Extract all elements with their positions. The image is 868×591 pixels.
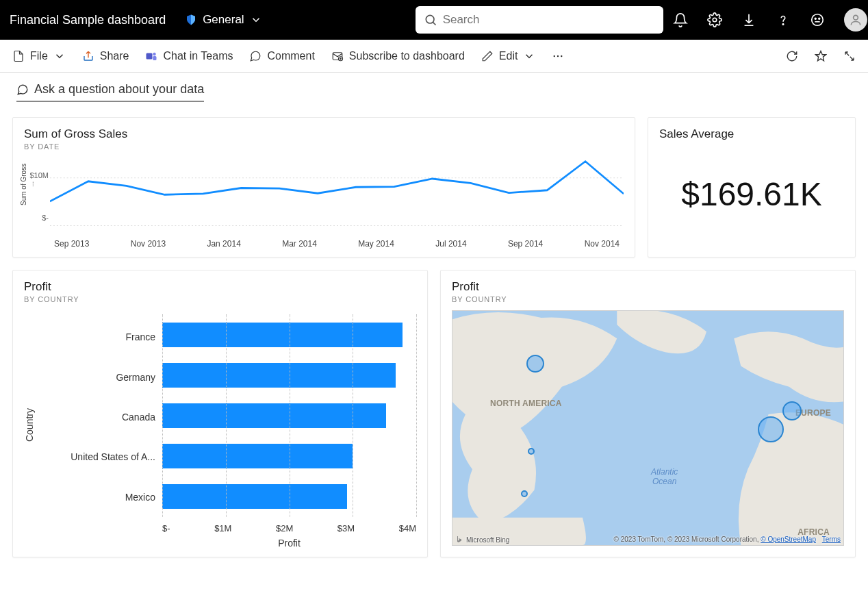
- tile-title: Sales Average: [659, 127, 844, 141]
- file-menu[interactable]: File: [12, 50, 66, 62]
- bar-categories: FranceGermanyCanadaUnited States of A...…: [39, 314, 162, 547]
- osm-link[interactable]: © OpenStreetMap: [761, 536, 816, 543]
- search-input[interactable]: [443, 13, 655, 27]
- qa-input[interactable]: Ask a question about your data: [16, 82, 204, 102]
- terms-link[interactable]: Terms: [822, 536, 841, 543]
- tile-profit-map[interactable]: Profit BY COUNTRY NORTH AMERICA EUROPE A…: [440, 270, 856, 557]
- y-axis: Sum of Gross ... $10M $-: [24, 155, 50, 247]
- bar-category-label: United States of A...: [71, 451, 155, 462]
- map-copyright: © 2023 TomTom, © 2023 Microsoft Corporat…: [614, 536, 841, 544]
- help-button[interactable]: [776, 12, 791, 27]
- x-tick: $2M: [276, 523, 293, 533]
- favorite-button[interactable]: [815, 50, 827, 62]
- sensitivity-label-text: General: [203, 13, 244, 27]
- x-tick: Jan 2014: [207, 239, 240, 249]
- bar-plot: $-$1M$2M$3M$4M Profit: [162, 314, 416, 547]
- search-box[interactable]: [416, 6, 663, 34]
- map-bubble-canada[interactable]: [526, 355, 544, 373]
- bar[interactable]: [162, 363, 396, 388]
- fullscreen-button[interactable]: [843, 50, 856, 62]
- file-label: File: [30, 50, 48, 62]
- subscribe-label: Subscribe to dashboard: [349, 50, 465, 62]
- x-tick: Nov 2013: [131, 239, 166, 249]
- edit-menu[interactable]: Edit: [481, 50, 536, 62]
- bing-icon: [455, 536, 463, 544]
- x-axis-title: Profit: [162, 538, 416, 549]
- tile-gross-sales[interactable]: Sum of Gross Sales BY DATE Sum of Gross …: [12, 117, 635, 257]
- chat-in-teams-button[interactable]: Chat in Teams: [145, 50, 233, 62]
- share-icon: [82, 50, 94, 62]
- comment-icon: [249, 50, 261, 62]
- y-axis-label: Sum of Gross ...: [20, 160, 35, 208]
- toolbar-right: [786, 50, 856, 62]
- line-chart: Sum of Gross ... $10M $- Sep 2013Nov 201…: [24, 155, 624, 247]
- more-icon: [552, 50, 564, 62]
- bar-chart-container: Country FranceGermanyCanadaUnited States…: [24, 303, 416, 547]
- share-label: Share: [100, 50, 129, 62]
- shield-icon: [185, 13, 197, 27]
- subscribe-icon: [331, 50, 344, 62]
- map-bubble-germany[interactable]: [782, 401, 802, 420]
- map-bubble-usa[interactable]: [528, 448, 535, 455]
- x-tick: Nov 2014: [585, 239, 620, 249]
- bar[interactable]: [162, 444, 353, 468]
- account-avatar[interactable]: [844, 8, 867, 32]
- gridline: [226, 314, 227, 517]
- map-bubble-france[interactable]: [758, 416, 784, 442]
- dashboard-title: Financial Sample dashboard: [10, 13, 166, 27]
- teams-icon: [145, 50, 157, 62]
- tile-title: Sum of Gross Sales: [24, 127, 624, 141]
- map-bubble-mexico[interactable]: [521, 490, 528, 497]
- svg-rect-9: [153, 56, 157, 60]
- bar-category-label: Mexico: [125, 492, 155, 503]
- chevron-down-icon: [53, 50, 66, 62]
- comment-button[interactable]: Comment: [249, 50, 314, 62]
- subscribe-button[interactable]: Subscribe to dashboard: [331, 50, 465, 62]
- edit-icon: [481, 50, 494, 62]
- svg-point-6: [853, 15, 858, 20]
- download-button[interactable]: [741, 12, 756, 27]
- notifications-button[interactable]: [673, 12, 688, 27]
- more-options-button[interactable]: [552, 50, 564, 62]
- gridline: [290, 314, 290, 517]
- chevron-down-icon: [250, 13, 262, 27]
- x-tick: $1M: [214, 523, 231, 533]
- tile-subtitle: BY DATE: [24, 142, 624, 151]
- bar-category-label: Canada: [122, 412, 155, 423]
- bar[interactable]: [162, 484, 347, 509]
- line-chart-svg: [50, 155, 624, 247]
- map-canvas[interactable]: NORTH AMERICA EUROPE AFRICA Atlantic Oce…: [452, 310, 844, 546]
- bing-logo: Microsoft Bing: [455, 536, 509, 544]
- bar-category-label: France: [125, 331, 155, 342]
- bar[interactable]: [162, 323, 403, 347]
- refresh-button[interactable]: [786, 50, 798, 62]
- sensitivity-label-dropdown[interactable]: General: [185, 13, 261, 27]
- x-tick: Sep 2013: [54, 239, 89, 249]
- chat-teams-label: Chat in Teams: [163, 50, 233, 62]
- tile-profit-bar[interactable]: Profit BY COUNTRY Country FranceGermanyC…: [12, 270, 428, 557]
- map-svg: [452, 311, 843, 545]
- bar-x-labels: $-$1M$2M$3M$4M: [162, 523, 416, 533]
- x-tick: Mar 2014: [282, 239, 317, 249]
- bar-category-label: Germany: [116, 372, 155, 383]
- gridline: [162, 314, 163, 517]
- gridline: [416, 314, 417, 517]
- comment-label: Comment: [267, 50, 314, 62]
- chat-icon: [16, 84, 29, 96]
- y-tick: $10M: [29, 171, 49, 179]
- svg-point-1: [713, 18, 717, 22]
- share-button[interactable]: Share: [82, 50, 129, 62]
- y-tick: $-: [42, 214, 49, 222]
- chevron-down-icon: [523, 50, 535, 62]
- svg-point-2: [782, 24, 783, 25]
- x-tick: Jul 2014: [435, 239, 466, 249]
- bar-chart: FranceGermanyCanadaUnited States of A...…: [39, 314, 416, 547]
- gridline: [353, 314, 353, 517]
- map-label-na: NORTH AMERICA: [490, 399, 562, 408]
- tile-subtitle: BY COUNTRY: [452, 295, 844, 303]
- map-attribution: Microsoft Bing © 2023 TomTom, © 2023 Mic…: [455, 536, 841, 544]
- tile-sales-average[interactable]: Sales Average $169.61K: [648, 117, 856, 257]
- settings-button[interactable]: [707, 12, 722, 27]
- svg-point-0: [426, 15, 434, 23]
- feedback-button[interactable]: [810, 12, 825, 27]
